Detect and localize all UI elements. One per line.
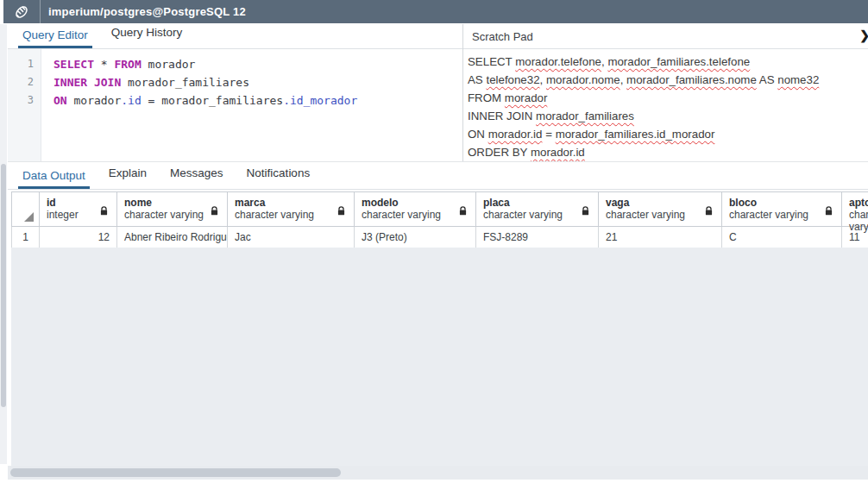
column-type: character varying xyxy=(606,209,714,221)
scratch-line: INNER JOIN morador_familiares xyxy=(468,107,868,125)
grid-empty-area xyxy=(11,248,868,466)
grid-header: idintegernomecharacter varyingmarcachara… xyxy=(11,191,868,227)
column-header-bloco[interactable]: blococharacter varying xyxy=(722,192,842,227)
column-header-modelo[interactable]: modelocharacter varying xyxy=(355,192,476,227)
lock-icon xyxy=(337,204,345,219)
lock-icon xyxy=(582,204,589,219)
cell-marca[interactable]: Jac xyxy=(228,227,355,248)
lock-icon xyxy=(825,204,833,219)
tab-query-editor[interactable]: Query Editor xyxy=(18,28,92,48)
column-type: character varying xyxy=(124,209,220,221)
lock-icon xyxy=(211,204,218,219)
scratch-pad-header: Scratch Pad ❯ xyxy=(463,24,868,49)
row-number-cell[interactable]: 1 xyxy=(12,227,40,248)
lock-icon xyxy=(459,204,467,219)
connection-title: imperium/postgres@PostgreSQL 12 xyxy=(48,5,246,18)
cell-id[interactable]: 12 xyxy=(40,227,117,248)
tab-messages[interactable]: Messages xyxy=(166,166,228,189)
code-line[interactable]: 1SELECT * FROM morador xyxy=(8,55,462,73)
tab-notifications[interactable]: Notifications xyxy=(242,166,315,189)
column-header-placa[interactable]: placacharacter varying xyxy=(476,192,599,227)
horizontal-splitter[interactable] xyxy=(8,161,868,162)
query-tool-window: imperium/postgres@PostgreSQL 12 Query Ed… xyxy=(0,0,868,483)
scratch-line: AS telefone32, morador.nome, morador_fam… xyxy=(468,71,868,89)
column-header-nome[interactable]: nomecharacter varying xyxy=(117,192,228,227)
scratch-line: ON morador.id = morador_familiares.id_mo… xyxy=(468,125,868,143)
column-type: character varying xyxy=(849,209,868,233)
cell-modelo[interactable]: J3 (Preto) xyxy=(355,227,476,248)
code-line[interactable]: 3ON morador.id = morador_familiares.id_m… xyxy=(8,91,462,110)
column-type: character varying xyxy=(235,209,347,221)
column-name: marca xyxy=(235,197,347,209)
tab-data-output[interactable]: Data Output xyxy=(18,169,90,189)
line-number: 1 xyxy=(8,55,44,73)
cell-placa[interactable]: FSJ-8289 xyxy=(476,227,599,248)
scratch-pad-title: Scratch Pad xyxy=(472,30,533,43)
bottom-horizontal-scrollbar-thumb[interactable] xyxy=(10,468,341,477)
data-output-grid: idintegernomecharacter varyingmarcachara… xyxy=(11,191,868,248)
cell-nome[interactable]: Abner Ribeiro Rodrigues xyxy=(117,227,228,248)
column-type: character varying xyxy=(362,209,469,221)
column-header-id[interactable]: idinteger xyxy=(40,192,117,227)
left-vertical-scrollbar[interactable] xyxy=(0,24,7,464)
select-all-corner-triangle xyxy=(24,212,34,222)
column-header-apto[interactable]: aptocharacter varying xyxy=(842,192,868,227)
line-number: 2 xyxy=(8,73,44,91)
titlebar-separator xyxy=(40,0,41,23)
column-name: apto xyxy=(849,197,868,209)
editor-tabbar: Query EditorQuery History xyxy=(8,24,462,49)
cell-bloco[interactable]: C xyxy=(722,227,842,248)
scratch-line: FROM morador xyxy=(468,89,868,107)
lock-icon xyxy=(100,204,108,219)
column-header-marca[interactable]: marcacharacter varying xyxy=(228,192,355,227)
scratch-pad-textarea[interactable]: SELECT morador.telefone, morador_familia… xyxy=(463,49,868,161)
column-name: placa xyxy=(483,197,591,209)
column-header-vaga[interactable]: vagacharacter varying xyxy=(599,192,722,227)
panel-titlebar: imperium/postgres@PostgreSQL 12 xyxy=(3,0,868,23)
tab-explain[interactable]: Explain xyxy=(104,166,151,189)
line-number: 3 xyxy=(8,91,44,110)
select-all-corner[interactable] xyxy=(12,192,40,227)
scratch-line: ORDER BY morador.id xyxy=(468,143,868,161)
grid-body: 112Abner Ribeiro RodriguesJacJ3 (Preto)F… xyxy=(11,227,868,248)
bottom-horizontal-scrollbar[interactable] xyxy=(8,466,868,480)
sql-editor[interactable]: 1SELECT * FROM morador2INNER JOIN morado… xyxy=(8,49,462,161)
lock-icon xyxy=(705,204,713,219)
left-vertical-scrollbar-thumb[interactable] xyxy=(1,164,6,407)
table-row: 112Abner Ribeiro RodriguesJacJ3 (Preto)F… xyxy=(11,227,868,248)
column-name: bloco xyxy=(729,197,834,209)
results-tabbar: Data OutputExplainMessagesNotifications xyxy=(8,163,868,190)
column-name: nome xyxy=(124,197,220,209)
column-name: modelo xyxy=(362,197,469,209)
column-name: vaga xyxy=(606,197,714,209)
scratch-line: SELECT morador.telefone, morador_familia… xyxy=(468,53,868,71)
tab-query-history[interactable]: Query History xyxy=(107,26,187,48)
column-type: character varying xyxy=(483,209,591,221)
code-line[interactable]: 2INNER JOIN morador_familiares xyxy=(8,73,462,91)
query-tool-icon xyxy=(3,3,40,21)
cell-vaga[interactable]: 21 xyxy=(599,227,722,248)
chevron-right-icon[interactable]: ❯ xyxy=(859,28,868,42)
column-type: character varying xyxy=(729,209,834,221)
sql-editor-lines[interactable]: 1SELECT * FROM morador2INNER JOIN morado… xyxy=(8,55,462,110)
